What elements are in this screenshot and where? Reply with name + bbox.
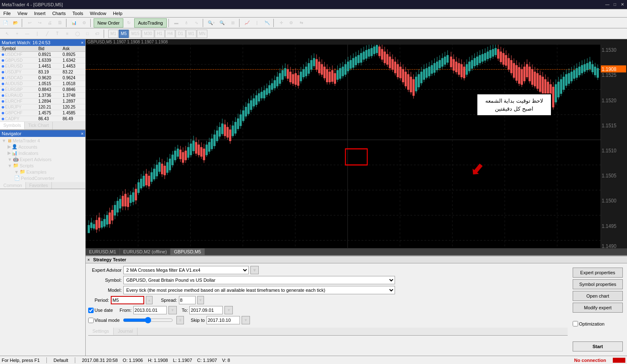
from-date-btn[interactable]: ▼ <box>168 306 177 314</box>
chart-tab-eurusd-m2[interactable]: EURUSD,M2 (offline) <box>120 248 171 255</box>
line-btn[interactable]: ∿ <box>192 18 201 28</box>
tab-favorites[interactable]: Favorites <box>26 182 52 189</box>
market-watch-row[interactable]: EURJPY 120.21 120.25 <box>0 104 85 110</box>
from-date-input[interactable] <box>133 306 167 314</box>
to-date-input[interactable] <box>189 306 223 314</box>
period-up-btn[interactable]: ▲ <box>146 296 153 304</box>
candle-btn[interactable]: 🕯 <box>182 18 191 28</box>
fib-btn[interactable]: ≡ <box>63 29 72 38</box>
new-file-btn[interactable]: 📄 <box>1 18 10 28</box>
market-watch-row[interactable]: USDJPY 83.19 83.22 <box>0 69 85 75</box>
market-watch-row[interactable]: AUDUSD 1.0515 1.0518 <box>0 81 85 87</box>
open-chart-btn[interactable]: Open chart <box>573 291 623 301</box>
ea-dropdown-btn[interactable]: ▼ <box>250 266 259 274</box>
tab-symbols[interactable]: Symbols <box>0 122 25 129</box>
navigator-close[interactable]: × <box>81 131 84 136</box>
spread-input[interactable] <box>179 296 196 304</box>
zoom-out-btn[interactable]: 🔍- <box>218 18 227 28</box>
skip-to-input[interactable] <box>206 316 240 324</box>
chart-area[interactable]: GBPUSD,M5 1.1907 1.1908 1.1907 1.1908 <box>86 39 627 255</box>
maximize-button[interactable]: □ <box>612 2 618 8</box>
print-btn[interactable]: 🖨 <box>45 18 54 28</box>
indicators-btn[interactable]: 📈 <box>242 18 252 28</box>
menu-charts[interactable]: Charts <box>49 9 69 17</box>
tf-h4[interactable]: H4 <box>165 30 175 38</box>
tf-d1[interactable]: D1 <box>176 30 186 38</box>
market-watch-row[interactable]: EURGBP 0.8843 0.8846 <box>0 87 85 93</box>
market-watch-row[interactable]: USDCHF 0.8921 0.8925 <box>0 52 85 58</box>
tab-tick-chart[interactable]: Tick Chart <box>25 122 53 129</box>
menu-insert[interactable]: Insert <box>31 9 49 17</box>
pointer-btn[interactable]: ↖ <box>3 29 12 38</box>
tf-m1[interactable]: M1 <box>108 30 118 38</box>
vline-btn[interactable]: | <box>33 29 42 38</box>
menu-file[interactable]: File <box>0 9 14 17</box>
symbol-dropdown[interactable]: GBPUSD, Great Britain Pound vs US Dollar <box>123 276 395 284</box>
refresh-btn[interactable]: ↻ <box>124 18 133 28</box>
more-btn[interactable]: ⚙ <box>287 18 296 28</box>
use-date-checkbox[interactable] <box>88 308 94 313</box>
nav-accounts[interactable]: ▶ 👤 Accounts <box>1 144 84 150</box>
menu-view[interactable]: View <box>14 9 31 17</box>
modify-expert-btn[interactable]: Modify expert <box>573 303 623 313</box>
ellipse-btn[interactable]: ◯ <box>73 29 82 38</box>
rect-btn[interactable]: □ <box>83 29 92 38</box>
nav-scripts[interactable]: ▼ 📁 Scripts <box>1 162 84 169</box>
ea-dropdown[interactable]: 2 MA Crosses Mega filter EA V1.ex4 <box>123 266 249 274</box>
panel-close-btn[interactable]: × <box>87 258 90 262</box>
tf-m5[interactable]: M5 <box>119 30 129 38</box>
market-watch-row[interactable]: CADPY 86.43 86.49 <box>0 116 85 122</box>
nav-examples[interactable]: ▼ 📁 Examples <box>1 169 84 175</box>
period-sep-btn[interactable]: | <box>252 18 262 28</box>
market-watch-row[interactable]: EURCHF 1.2894 1.2897 <box>0 99 85 104</box>
symbol-props-btn[interactable]: Symbol properties <box>573 279 623 289</box>
spread-dropdown-btn[interactable]: ▼ <box>197 296 204 304</box>
tab-settings[interactable]: Settings <box>88 328 114 335</box>
zoom-in-btn[interactable]: 📊 <box>69 18 79 28</box>
menu-tools[interactable]: Tools <box>69 9 87 17</box>
arrows-btn[interactable]: ⇆ <box>297 18 306 28</box>
crosshair-tool-btn[interactable]: + <box>13 29 22 38</box>
new-order-button[interactable]: New Order <box>94 18 123 28</box>
tf-h1[interactable]: H1 <box>155 30 165 38</box>
nav-indicators[interactable]: ▶ 📊 Indicators <box>1 150 84 156</box>
hline-btn[interactable]: — <box>23 29 32 38</box>
tf-mn[interactable]: MN <box>197 30 208 38</box>
market-watch-row[interactable]: GBPUSD 1.6339 1.6342 <box>0 58 85 63</box>
market-watch-row[interactable]: EURAUD 1.3736 1.3748 <box>0 93 85 99</box>
crosshair-btn[interactable]: ✛ <box>277 18 286 28</box>
redo-btn[interactable]: ↪ <box>35 18 44 28</box>
optimization-checkbox[interactable] <box>573 321 578 326</box>
speed-slider[interactable] <box>123 317 173 324</box>
properties-btn[interactable]: ⚙ <box>79 18 89 28</box>
to-date-btn[interactable]: ▼ <box>224 306 233 314</box>
full-screen-btn[interactable]: ⊞ <box>228 18 237 28</box>
tab-journal[interactable]: Journal <box>114 328 138 335</box>
tab-common[interactable]: Common <box>0 182 26 189</box>
charts-btn[interactable]: 📉 <box>263 18 272 28</box>
nav-expert-advisors[interactable]: ▼ 🤖 Expert Advisors <box>1 156 84 162</box>
expert-props-btn[interactable]: Expert properties <box>573 268 623 278</box>
tf-m30[interactable]: M30 <box>142 30 154 38</box>
skip-date-btn[interactable]: ▼ <box>242 316 250 324</box>
text-btn[interactable]: T <box>53 29 62 38</box>
period-input[interactable] <box>111 296 144 304</box>
menu-help[interactable]: Help <box>110 9 126 17</box>
nav-metatrader4[interactable]: ▼ 🖥 MetaTrader 4 <box>1 138 84 144</box>
visual-mode-checkbox[interactable] <box>88 318 94 323</box>
bar-chart-btn[interactable]: ▬ <box>172 18 181 28</box>
label-btn[interactable]: 🏷 <box>93 29 102 38</box>
market-watch-row[interactable]: GBPCHF 1.4575 1.4585 <box>0 110 85 116</box>
minimize-button[interactable]: — <box>604 2 610 8</box>
zoom-in2-btn[interactable]: 🔍+ <box>206 18 217 28</box>
market-watch-row[interactable]: EURUSD 1.4451 1.4453 <box>0 63 85 69</box>
autotrading-button[interactable]: AutoTrading <box>134 18 167 28</box>
market-watch-close[interactable]: × <box>81 40 84 45</box>
undo-btn[interactable]: ↩ <box>25 18 34 28</box>
tf-w1[interactable]: W1 <box>186 30 196 38</box>
open-btn[interactable]: 📂 <box>11 18 20 28</box>
chart-tab-gbpusd-m5[interactable]: GBPUSD,M5 <box>171 248 205 255</box>
menu-window[interactable]: Window <box>87 9 110 17</box>
trend-btn[interactable]: ╱ <box>43 29 52 38</box>
nav-period-converter[interactable]: 📄 PeriodConverter <box>1 175 84 181</box>
